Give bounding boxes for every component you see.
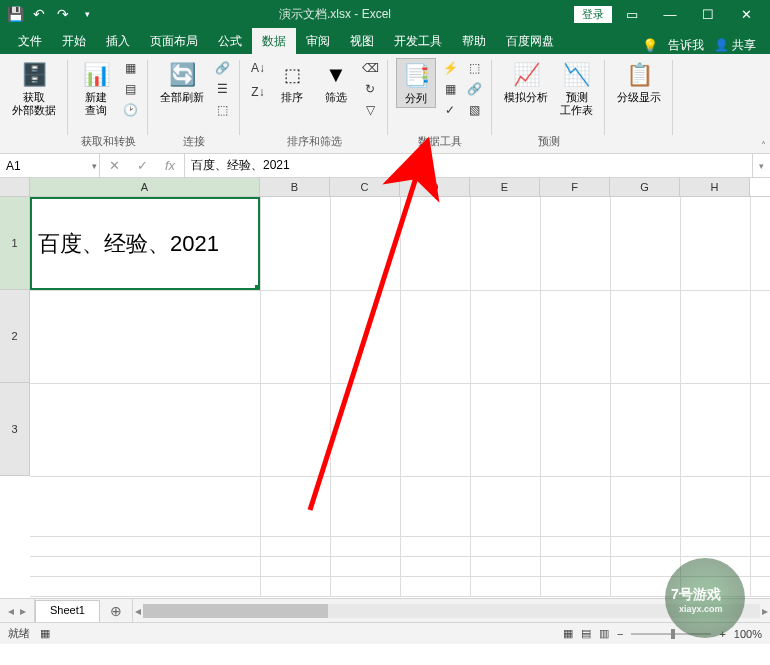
scroll-right-icon[interactable]: ▸ bbox=[762, 604, 768, 618]
row-header-1[interactable]: 1 bbox=[0, 197, 30, 290]
maximize-icon[interactable]: ☐ bbox=[690, 2, 726, 26]
flash-fill-icon[interactable]: ⚡ bbox=[440, 58, 460, 78]
scrollbar-thumb[interactable] bbox=[143, 604, 328, 618]
tab-layout[interactable]: 页面布局 bbox=[140, 28, 208, 54]
namebox-dropdown-icon[interactable]: ▾ bbox=[92, 161, 97, 171]
column-header-b[interactable]: B bbox=[260, 178, 330, 196]
column-header-g[interactable]: G bbox=[610, 178, 680, 196]
login-button[interactable]: 登录 bbox=[574, 6, 612, 23]
outline-button[interactable]: 📋 分级显示 bbox=[613, 58, 665, 106]
sheet-nav[interactable]: ◂ ▸ bbox=[0, 599, 35, 622]
zoom-slider[interactable] bbox=[631, 633, 711, 635]
manage-data-model-icon[interactable]: ▧ bbox=[464, 100, 484, 120]
tab-view[interactable]: 视图 bbox=[340, 28, 384, 54]
group-get-transform: 📊 新建 查询 ▦ ▤ 🕑 获取和转换 bbox=[68, 54, 148, 153]
tab-formula[interactable]: 公式 bbox=[208, 28, 252, 54]
reapply-icon[interactable]: ↻ bbox=[360, 79, 380, 99]
edit-links-icon[interactable]: ⬚ bbox=[212, 100, 232, 120]
filter-button[interactable]: ▼ 筛选 bbox=[316, 58, 356, 106]
view-normal-icon[interactable]: ▦ bbox=[563, 627, 573, 640]
qat-dropdown-icon[interactable]: ▾ bbox=[78, 5, 96, 23]
clear-filter-icon[interactable]: ⌫ bbox=[360, 58, 380, 78]
spreadsheet-grid[interactable]: ABCDEFGH 123 百度、经验、2021 bbox=[0, 178, 770, 598]
quick-access-toolbar: 💾 ↶ ↷ ▾ bbox=[6, 5, 96, 23]
horizontal-scrollbar[interactable]: ◂ ▸ bbox=[132, 599, 770, 622]
sort-desc-icon[interactable]: Z↓ bbox=[248, 82, 268, 102]
view-page-icon[interactable]: ▤ bbox=[581, 627, 591, 640]
save-icon[interactable]: 💾 bbox=[6, 5, 24, 23]
row-header-2[interactable]: 2 bbox=[0, 290, 30, 383]
zoom-level[interactable]: 100% bbox=[734, 628, 762, 640]
status-text: 就绪 bbox=[8, 626, 30, 641]
recent-sources-icon[interactable]: 🕑 bbox=[120, 100, 140, 120]
get-external-data-button[interactable]: 🗄️ 获取 外部数据 bbox=[8, 58, 60, 119]
lightbulb-icon[interactable]: 💡 bbox=[642, 38, 658, 53]
sheet-next-icon[interactable]: ▸ bbox=[20, 604, 26, 618]
tab-insert[interactable]: 插入 bbox=[96, 28, 140, 54]
close-icon[interactable]: ✕ bbox=[728, 2, 764, 26]
consolidate-icon[interactable]: ⬚ bbox=[464, 58, 484, 78]
relationships-icon[interactable]: 🔗 bbox=[464, 79, 484, 99]
window-title: 演示文档.xlsx - Excel bbox=[96, 6, 574, 23]
new-query-button[interactable]: 📊 新建 查询 bbox=[76, 58, 116, 119]
group-sort-filter: A↓ Z↓ ⬚ 排序 ▼ 筛选 ⌫ ↻ ▽ 排序和筛选 bbox=[240, 54, 388, 153]
advanced-filter-icon[interactable]: ▽ bbox=[360, 100, 380, 120]
row-headers: 123 bbox=[0, 197, 30, 597]
refresh-icon: 🔄 bbox=[167, 60, 197, 90]
column-header-e[interactable]: E bbox=[470, 178, 540, 196]
sort-asc-icon[interactable]: A↓ bbox=[248, 58, 268, 78]
tab-help[interactable]: 帮助 bbox=[452, 28, 496, 54]
sheet-tab[interactable]: Sheet1 bbox=[35, 600, 100, 622]
tab-data[interactable]: 数据 bbox=[252, 28, 296, 54]
refresh-all-button[interactable]: 🔄 全部刷新 bbox=[156, 58, 208, 106]
sort-button[interactable]: ⬚ 排序 bbox=[272, 58, 312, 106]
add-sheet-button[interactable]: ⊕ bbox=[104, 601, 128, 620]
redo-icon[interactable]: ↷ bbox=[54, 5, 72, 23]
share-button[interactable]: 👤 共享 bbox=[714, 37, 756, 54]
column-header-d[interactable]: D bbox=[400, 178, 470, 196]
whatif-icon: 📈 bbox=[511, 60, 541, 90]
tab-file[interactable]: 文件 bbox=[8, 28, 52, 54]
row-header-3[interactable]: 3 bbox=[0, 383, 30, 476]
cells-area[interactable]: 百度、经验、2021 bbox=[30, 197, 770, 597]
text-to-columns-button[interactable]: 📑 分列 bbox=[396, 58, 436, 108]
remove-duplicates-icon[interactable]: ▦ bbox=[440, 79, 460, 99]
collapse-ribbon-icon[interactable]: ˄ bbox=[761, 140, 766, 151]
tab-baidu[interactable]: 百度网盘 bbox=[496, 28, 564, 54]
connections-icon[interactable]: 🔗 bbox=[212, 58, 232, 78]
tab-dev[interactable]: 开发工具 bbox=[384, 28, 452, 54]
macro-record-icon[interactable]: ▦ bbox=[40, 627, 50, 640]
data-validation-icon[interactable]: ✓ bbox=[440, 100, 460, 120]
column-header-h[interactable]: H bbox=[680, 178, 750, 196]
tab-review[interactable]: 审阅 bbox=[296, 28, 340, 54]
properties-icon[interactable]: ☰ bbox=[212, 79, 232, 99]
undo-icon[interactable]: ↶ bbox=[30, 5, 48, 23]
ribbon-display-icon[interactable]: ▭ bbox=[614, 2, 650, 26]
whatif-button[interactable]: 📈 模拟分析 bbox=[500, 58, 552, 106]
enter-icon[interactable]: ✓ bbox=[128, 158, 156, 173]
name-box[interactable]: A1 ▾ bbox=[0, 154, 100, 177]
zoom-out-icon[interactable]: − bbox=[617, 628, 623, 640]
fx-icon[interactable]: fx bbox=[156, 158, 184, 173]
formula-input[interactable]: 百度、经验、2021 bbox=[185, 154, 752, 177]
zoom-in-icon[interactable]: + bbox=[719, 628, 725, 640]
select-all-corner[interactable] bbox=[0, 178, 30, 196]
scroll-left-icon[interactable]: ◂ bbox=[135, 604, 141, 618]
forecast-sheet-button[interactable]: 📉 预测 工作表 bbox=[556, 58, 597, 119]
view-break-icon[interactable]: ▥ bbox=[599, 627, 609, 640]
group-label: 数据工具 bbox=[418, 134, 462, 151]
tab-home[interactable]: 开始 bbox=[52, 28, 96, 54]
show-queries-icon[interactable]: ▦ bbox=[120, 58, 140, 78]
tell-me-label[interactable]: 告诉我 bbox=[668, 37, 704, 54]
cancel-icon[interactable]: ✕ bbox=[100, 158, 128, 173]
minimize-icon[interactable]: — bbox=[652, 2, 688, 26]
group-label: 预测 bbox=[538, 134, 560, 151]
from-table-icon[interactable]: ▤ bbox=[120, 79, 140, 99]
column-header-f[interactable]: F bbox=[540, 178, 610, 196]
sheet-prev-icon[interactable]: ◂ bbox=[8, 604, 14, 618]
column-headers: ABCDEFGH bbox=[0, 178, 770, 197]
filter-icon: ▼ bbox=[321, 60, 351, 90]
expand-formula-icon[interactable]: ▾ bbox=[752, 154, 770, 177]
column-header-a[interactable]: A bbox=[30, 178, 260, 196]
column-header-c[interactable]: C bbox=[330, 178, 400, 196]
